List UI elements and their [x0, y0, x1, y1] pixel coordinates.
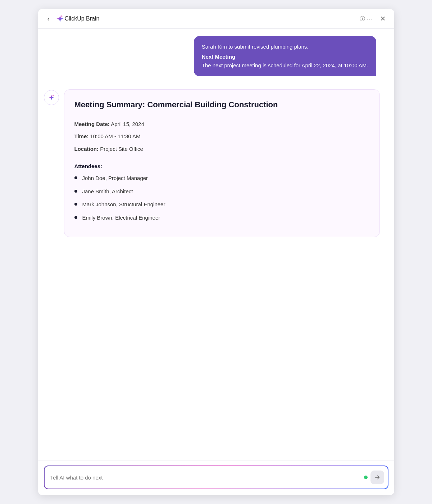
time-row: Time: 10:00 AM - 11:30 AM [74, 132, 368, 141]
header-title: ClickUp Brain [65, 15, 358, 22]
attendee-name: Jane Smith, Architect [82, 188, 133, 196]
bullet-icon [74, 176, 77, 179]
user-message-wrap: Sarah Kim to submit revised plumbing pla… [38, 29, 394, 84]
card-title: Meeting Summary: Commercial Building Con… [74, 100, 368, 110]
user-message-bubble: Sarah Kim to submit revised plumbing pla… [194, 36, 376, 76]
attendee-name: Emily Brown, Electrical Engineer [82, 214, 160, 222]
card-meta: Meeting Date: April 15, 2024 Time: 10:00… [74, 120, 368, 153]
bubble-line1: Sarah Kim to submit revised plumbing pla… [202, 44, 309, 50]
ai-input[interactable] [50, 474, 361, 481]
bullet-icon [74, 216, 77, 219]
time-value: 10:00 AM - 11:30 AM [90, 133, 140, 139]
location-value: Project Site Office [100, 146, 143, 152]
attendees-list: John Doe, Project ManagerJane Smith, Arc… [74, 174, 368, 222]
footer [38, 460, 394, 495]
status-dot [364, 476, 368, 479]
clickup-brain-panel: ‹ ClickUp Brain ⓘ ··· ✕ Sarah Kim to sub… [38, 9, 394, 495]
bullet-icon [74, 190, 77, 193]
attendee-name: John Doe, Project Manager [82, 174, 148, 183]
meeting-date-value: April 15, 2024 [111, 121, 144, 127]
meeting-date-label: Meeting Date: [74, 121, 110, 127]
bullet-icon [74, 203, 77, 206]
close-button[interactable]: ✕ [379, 14, 387, 23]
ai-response-card: Meeting Summary: Commercial Building Con… [64, 89, 380, 237]
meeting-date-row: Meeting Date: April 15, 2024 [74, 120, 368, 129]
info-icon[interactable]: ⓘ [360, 15, 365, 22]
header-actions: ··· ✕ [365, 14, 387, 23]
input-wrap [44, 465, 388, 489]
header: ‹ ClickUp Brain ⓘ ··· ✕ [38, 9, 394, 29]
bubble-heading: Next Meeting [202, 53, 368, 61]
list-item: Emily Brown, Electrical Engineer [74, 214, 368, 222]
location-label: Location: [74, 146, 99, 152]
list-item: Jane Smith, Architect [74, 188, 368, 196]
ai-response-wrap: Meeting Summary: Commercial Building Con… [38, 84, 394, 248]
location-row: Location: Project Site Office [74, 145, 368, 153]
clickup-brain-logo-icon [55, 14, 65, 23]
bubble-line2: The next project meeting is scheduled fo… [202, 62, 368, 68]
ai-sparkle-icon [47, 94, 55, 102]
send-button[interactable] [370, 471, 384, 484]
more-options-button[interactable]: ··· [365, 14, 373, 23]
back-button[interactable]: ‹ [45, 14, 52, 23]
content-area: Sarah Kim to submit revised plumbing pla… [38, 29, 394, 460]
send-icon [374, 474, 381, 481]
attendees-heading: Attendees: [74, 163, 368, 169]
ai-avatar [44, 90, 59, 105]
list-item: Mark Johnson, Structural Engineer [74, 201, 368, 209]
time-label: Time: [74, 133, 89, 139]
list-item: John Doe, Project Manager [74, 174, 368, 183]
attendee-name: Mark Johnson, Structural Engineer [82, 201, 165, 209]
